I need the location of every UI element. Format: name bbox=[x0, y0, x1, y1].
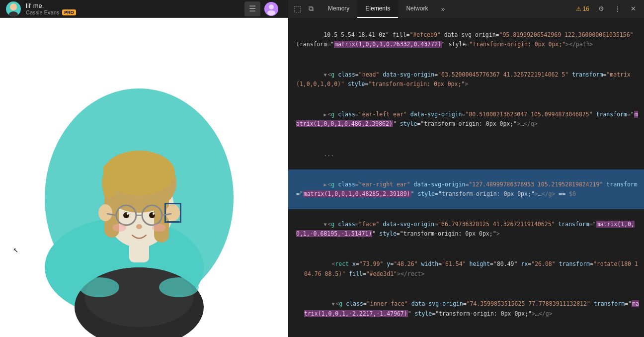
code-line-selected[interactable]: <g class="ear-right ear" data-svg-origin… bbox=[288, 169, 644, 209]
tab-elements-label: Elements bbox=[365, 5, 390, 12]
code-line[interactable]: <path class="hair-front" d="M116.77,52.8… bbox=[288, 329, 644, 337]
device-toolbar-button[interactable]: ⧉ bbox=[304, 2, 318, 16]
svg-point-32 bbox=[159, 277, 199, 297]
svg-point-30 bbox=[152, 224, 166, 232]
app-panel: ↖ bbox=[0, 18, 288, 337]
code-text: 10.5 5.54-18.41 0z" fill= bbox=[323, 31, 409, 38]
app-author: Cassie Evans bbox=[26, 9, 59, 15]
select-element-button[interactable]: ⬚ bbox=[290, 2, 304, 16]
svg-point-9 bbox=[84, 267, 194, 327]
code-line[interactable]: <g class="ear-left ear" data-svg-origin=… bbox=[288, 99, 644, 139]
code-line[interactable]: <g class="inner-face" data-svg-origin="7… bbox=[288, 289, 644, 329]
menu-toggle-button[interactable]: ☰ bbox=[244, 1, 260, 16]
triangle-icon[interactable] bbox=[323, 71, 326, 79]
triangle-icon[interactable] bbox=[323, 220, 326, 229]
profile-avatar[interactable] bbox=[264, 2, 278, 16]
svg-point-29 bbox=[112, 224, 126, 232]
mouse-cursor: ↖ bbox=[13, 244, 18, 254]
svg-point-16 bbox=[166, 204, 180, 221]
warning-count: 16 bbox=[583, 5, 589, 12]
close-devtools-button[interactable]: ✕ bbox=[626, 2, 640, 16]
pro-badge: PRO bbox=[62, 9, 76, 15]
tab-elements[interactable]: Elements bbox=[357, 0, 398, 18]
svg-point-27 bbox=[153, 213, 155, 215]
tab-memory[interactable]: Memory bbox=[320, 0, 357, 18]
tab-memory-label: Memory bbox=[328, 5, 349, 12]
svg-point-15 bbox=[98, 204, 112, 221]
attr-value: "#efceb9" bbox=[409, 31, 440, 38]
more-options-button[interactable]: ⋮ bbox=[610, 2, 624, 16]
svg-point-26 bbox=[127, 213, 129, 215]
main-area: ↖ 10.5 5.54-18.41 0z" fill="#efceb9" dat… bbox=[0, 18, 644, 337]
toolbar-icons: ☰ bbox=[244, 1, 282, 16]
devtools-panel: 10.5 5.54-18.41 0z" fill="#efceb9" data-… bbox=[288, 18, 644, 337]
svg-rect-18 bbox=[103, 163, 116, 198]
svg-point-1 bbox=[10, 3, 17, 10]
app-title-group: lil' me. Cassie Evans PRO bbox=[26, 2, 76, 15]
settings-button[interactable]: ⚙ bbox=[594, 2, 608, 16]
warning-icon: ⚠ bbox=[576, 5, 581, 12]
triangle-icon[interactable] bbox=[323, 110, 326, 119]
triangle-icon[interactable] bbox=[323, 180, 326, 189]
svg-point-31 bbox=[80, 277, 119, 297]
app-subtitle: Cassie Evans PRO bbox=[26, 9, 76, 15]
app-info: lil' me. Cassie Evans PRO ☰ bbox=[0, 1, 288, 16]
app-avatar bbox=[6, 1, 21, 16]
devtools-tab-bar: ⬚ ⧉ Memory Elements Network » ⚠ 16 ⚙ ⋮ ✕ bbox=[288, 0, 644, 18]
svg-point-4 bbox=[269, 4, 274, 9]
triangle-icon[interactable] bbox=[331, 300, 334, 308]
tab-network[interactable]: Network bbox=[398, 0, 436, 18]
app-title: lil' me. bbox=[26, 2, 76, 9]
warning-badge: ⚠ 16 bbox=[573, 5, 592, 12]
code-line[interactable]: <g class="head" data-svg-origin="63.5200… bbox=[288, 60, 644, 99]
devtools-content[interactable]: 10.5 5.54-18.41 0z" fill="#efceb9" data-… bbox=[288, 18, 644, 337]
code-line[interactable]: <g class="face" data-svg-origin="66.7973… bbox=[288, 209, 644, 249]
tab-network-label: Network bbox=[406, 5, 428, 12]
code-line-ellipsis[interactable]: ... bbox=[288, 140, 644, 170]
code-line[interactable]: <rect x="73.99" y="48.26" width="61.54" … bbox=[288, 250, 644, 289]
ellipsis: ... bbox=[323, 151, 334, 158]
top-bar: lil' me. Cassie Evans PRO ☰ ⬚ ⧉ Memory bbox=[0, 0, 644, 18]
svg-point-5 bbox=[267, 10, 275, 15]
devtools-right-icons: ⚠ 16 ⚙ ⋮ ✕ bbox=[573, 2, 642, 16]
svg-point-28 bbox=[136, 224, 142, 229]
code-line[interactable]: 10.5 5.54-18.41 0z" fill="#efceb9" data-… bbox=[288, 20, 644, 60]
more-tabs-button[interactable]: » bbox=[436, 2, 450, 16]
